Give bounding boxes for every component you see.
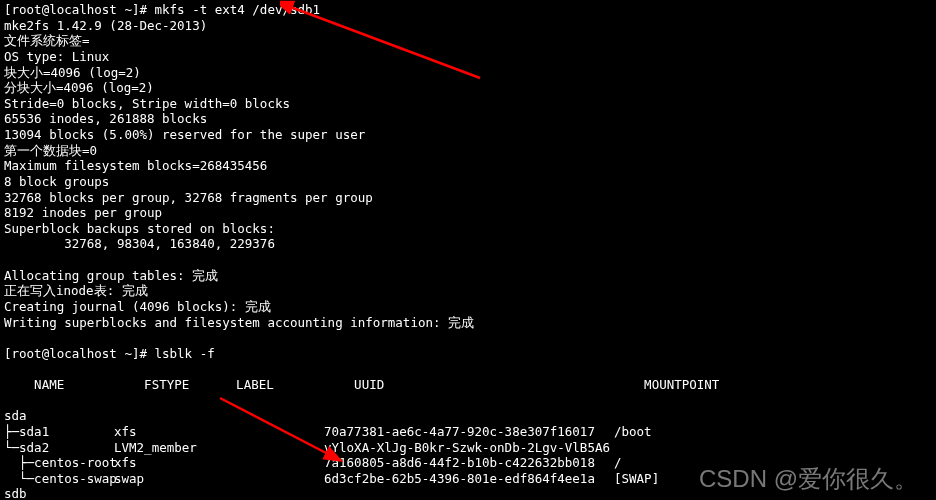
output-line: OS type: Linux: [4, 49, 932, 65]
terminal-output: [root@localhost ~]# mkfs -t ext4 /dev/sd…: [4, 2, 932, 500]
shell-prompt: [root@localhost ~]#: [4, 346, 155, 361]
col-header-label: LABEL: [236, 377, 354, 393]
output-line: 文件系统标签=: [4, 33, 932, 49]
output-line: 8 block groups: [4, 174, 932, 190]
output-line: [4, 252, 932, 268]
output-line: 块大小=4096 (log=2): [4, 65, 932, 81]
output-line: Superblock backups stored on blocks:: [4, 221, 932, 237]
output-line: Writing superblocks and filesystem accou…: [4, 315, 932, 331]
col-header-fstype: FSTYPE: [144, 377, 236, 393]
command-text: mkfs -t ext4 /dev/sdb1: [155, 2, 321, 17]
shell-prompt: [root@localhost ~]#: [4, 2, 155, 17]
output-line: 8192 inodes per group: [4, 205, 932, 221]
output-line: 13094 blocks (5.00%) reserved for the su…: [4, 127, 932, 143]
col-header-name: NAME: [34, 377, 144, 393]
command-text: lsblk -f: [155, 346, 215, 361]
output-line: Stride=0 blocks, Stripe width=0 blocks: [4, 96, 932, 112]
lsblk-row: └─centos-swapswap6d3cf2be-62b5-4396-801e…: [4, 471, 932, 487]
lsblk-row: ├─sda1xfs70a77381-ae6c-4a77-920c-38e307f…: [4, 424, 932, 440]
col-header-mountpoint: MOUNTPOINT: [644, 377, 719, 392]
output-line: 分块大小=4096 (log=2): [4, 80, 932, 96]
output-line: Allocating group tables: 完成: [4, 268, 932, 284]
lsblk-row: └─sda2LVM2_membervYloXA-XlJg-B0kr-Szwk-o…: [4, 440, 932, 456]
output-line: 32768, 98304, 163840, 229376: [4, 236, 932, 252]
lsblk-row: sdb: [4, 486, 932, 500]
lsblk-row: sda: [4, 408, 932, 424]
output-line: 第一个数据块=0: [4, 143, 932, 159]
output-line: [4, 330, 932, 346]
output-line: Creating journal (4096 blocks): 完成: [4, 299, 932, 315]
output-line: Maximum filesystem blocks=268435456: [4, 158, 932, 174]
output-line: 65536 inodes, 261888 blocks: [4, 111, 932, 127]
lsblk-row: ├─centos-rootxfs7a160805-a8d6-44f2-b10b-…: [4, 455, 932, 471]
output-line: mke2fs 1.42.9 (28-Dec-2013): [4, 18, 932, 34]
col-header-uuid: UUID: [354, 377, 644, 393]
output-line: 32768 blocks per group, 32768 fragments …: [4, 190, 932, 206]
output-line: 正在写入inode表: 完成: [4, 283, 932, 299]
